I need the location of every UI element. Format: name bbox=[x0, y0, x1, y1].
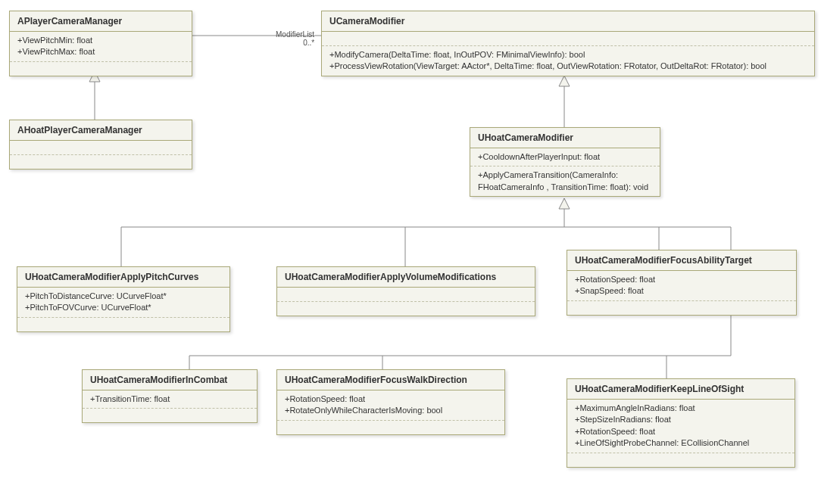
svg-marker-1 bbox=[559, 76, 570, 86]
class-keep-los: UHoatCameraModifierKeepLineOfSight +Maxi… bbox=[567, 378, 795, 468]
class-ahoat-player-camera-manager: AHoatPlayerCameraManager bbox=[9, 120, 192, 170]
class-title: APlayerCameraManager bbox=[10, 11, 192, 32]
class-focus-walk: UHoatCameraModifierFocusWalkDirection +R… bbox=[276, 369, 505, 435]
class-attrs: +CooldownAfterPlayerInput: float bbox=[470, 148, 660, 166]
class-pitch-curves: UHoatCameraModifierApplyPitchCurves +Pit… bbox=[17, 266, 230, 332]
class-title: UHoatCameraModifierFocusAbilityTarget bbox=[567, 250, 796, 271]
class-in-combat: UHoatCameraModifierInCombat +TransitionT… bbox=[82, 369, 258, 423]
class-uhoat-camera-modifier: UHoatCameraModifier +CooldownAfterPlayer… bbox=[470, 127, 660, 197]
class-attrs: +MaximumAngleInRadians: float +StepSizeI… bbox=[567, 400, 794, 453]
class-attrs: +ViewPitchMin: float +ViewPitchMax: floa… bbox=[10, 32, 192, 62]
class-ops bbox=[10, 62, 192, 76]
class-attrs: +RotationSpeed: float +RotateOnlyWhileCh… bbox=[277, 390, 504, 421]
class-ops bbox=[277, 302, 535, 316]
class-title: UHoatCameraModifier bbox=[470, 128, 660, 148]
class-ucamera-modifier: UCameraModifier +ModifyCamera(DeltaTime:… bbox=[321, 11, 815, 76]
class-title: UCameraModifier bbox=[322, 11, 814, 32]
class-title: UHoatCameraModifierKeepLineOfSight bbox=[567, 379, 794, 400]
assoc-label: ModifierList 0..* bbox=[276, 30, 314, 47]
class-ops bbox=[567, 453, 794, 467]
svg-marker-2 bbox=[559, 198, 570, 209]
class-ops: +ModifyCamera(DeltaTime: float, InOutPOV… bbox=[322, 46, 814, 76]
class-attrs: +TransitionTime: float bbox=[83, 390, 257, 409]
class-ops bbox=[83, 409, 257, 422]
class-ops bbox=[10, 155, 192, 169]
class-title: UHoatCameraModifierApplyPitchCurves bbox=[17, 267, 229, 288]
class-title: UHoatCameraModifierFocusWalkDirection bbox=[277, 370, 504, 390]
class-ops: +ApplyCameraTransition(CameraInfo: FHoat… bbox=[470, 166, 660, 196]
class-ops bbox=[17, 318, 229, 331]
class-ops bbox=[277, 421, 504, 434]
class-attrs bbox=[277, 288, 535, 302]
class-title: UHoatCameraModifierApplyVolumeModificati… bbox=[277, 267, 535, 288]
class-focus-ability: UHoatCameraModifierFocusAbilityTarget +R… bbox=[567, 250, 797, 316]
class-aplayer-camera-manager: APlayerCameraManager +ViewPitchMin: floa… bbox=[9, 11, 192, 76]
class-attrs: +PitchToDistanceCurve: UCurveFloat* +Pit… bbox=[17, 288, 229, 318]
class-title: AHoatPlayerCameraManager bbox=[10, 120, 192, 141]
class-title: UHoatCameraModifierInCombat bbox=[83, 370, 257, 390]
class-ops bbox=[567, 301, 796, 315]
class-attrs bbox=[10, 141, 192, 155]
class-attrs bbox=[322, 32, 814, 46]
class-volume-mods: UHoatCameraModifierApplyVolumeModificati… bbox=[276, 266, 535, 316]
class-attrs: +RotationSpeed: float +SnapSpeed: float bbox=[567, 271, 796, 301]
